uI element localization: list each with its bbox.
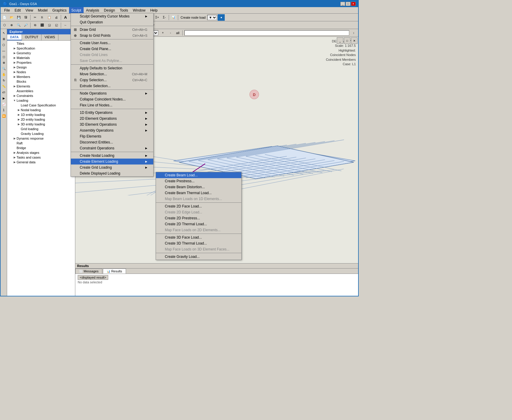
icon-face[interactable]: ◻ xyxy=(1,54,7,59)
tree-grid-loading[interactable]: Grid loading xyxy=(7,127,75,131)
menu-view[interactable]: View xyxy=(23,7,36,13)
save-btn[interactable]: 💾 xyxy=(15,14,22,21)
menu-create-3d-face[interactable]: Create 3D Face Load... xyxy=(156,234,241,240)
tree-assemblies[interactable]: Assemblies xyxy=(7,89,75,93)
tab-results[interactable]: 📊Results xyxy=(103,269,126,274)
save-as-btn[interactable]: 🖫 xyxy=(23,14,29,21)
menu-create-gravity-load[interactable]: Create Gravity Load... xyxy=(156,254,241,260)
minus-btn[interactable]: - xyxy=(167,30,174,36)
menu-help[interactable]: Help xyxy=(148,7,160,13)
tab-views[interactable]: VIEWS xyxy=(42,34,58,40)
tab-data[interactable]: DATA xyxy=(7,34,22,40)
vp-close[interactable]: ✕ xyxy=(351,37,358,44)
zoom-in-btn[interactable]: 🔍 xyxy=(15,22,22,28)
tree-general-data[interactable]: ▶ General data xyxy=(7,160,75,165)
tab-output[interactable]: OUTPUT xyxy=(22,34,42,40)
icon-pan[interactable]: ✋ xyxy=(1,72,7,77)
layer2-btn[interactable]: ⬛ xyxy=(39,22,45,28)
tree-2d-loading[interactable]: ▶ 2D entity loading xyxy=(7,117,75,122)
tree-dynamic-response[interactable]: ▶ Dynamic response xyxy=(7,136,75,141)
menu-create-beam-distortion[interactable]: Create Beam Distortion... xyxy=(156,184,241,190)
filter-input[interactable] xyxy=(184,30,349,36)
menu-create-beam-load[interactable]: Create Beam Load... xyxy=(156,172,241,178)
minimize-button[interactable]: _ xyxy=(340,2,345,6)
tree-design[interactable]: ▶ Design xyxy=(7,65,75,70)
menu-create-prestress[interactable]: Create Prestress... xyxy=(156,178,241,184)
open-btn[interactable]: 📂 xyxy=(8,14,15,21)
menu-snap-grid[interactable]: ⊕ Snap to Grid Points Ctrl+Alt+S xyxy=(71,33,153,39)
menu-delete-displayed-loading[interactable]: Delete Displayed Loading xyxy=(71,170,153,176)
icon-cursor[interactable]: ↖ xyxy=(1,30,7,36)
node-btn[interactable]: ⬡ xyxy=(1,22,8,28)
icon-grid[interactable]: ⊞ xyxy=(1,36,7,41)
magnify-btn[interactable]: 🔎 xyxy=(23,22,29,28)
tree-1d-loading[interactable]: ▶ 1D entity loading xyxy=(7,112,75,117)
tree-3d-loading[interactable]: ▶ 3D entity loading xyxy=(7,122,75,127)
menu-create-nodal-loading[interactable]: Create Nodal Loading ▶ xyxy=(71,153,153,159)
menu-flex-line[interactable]: Flex Line of Nodes... xyxy=(71,102,153,108)
tree-load-case-spec[interactable]: Load Case Specification xyxy=(7,103,75,108)
new-btn[interactable]: 📄 xyxy=(1,14,8,21)
menu-create-3d-thermal[interactable]: Create 3D Thermal Load... xyxy=(156,240,241,246)
copy-btn[interactable]: ⎘ xyxy=(39,14,45,21)
tree-specification[interactable]: ▶ Specification xyxy=(7,46,75,51)
menu-assembly-ops[interactable]: Assembly Operations ▶ xyxy=(71,127,153,133)
menu-file[interactable]: File xyxy=(2,7,12,13)
menu-constraint-ops[interactable]: Constraint Operations ▶ xyxy=(71,145,153,151)
menu-quit-operation[interactable]: Quit Operation xyxy=(71,19,153,25)
menu-3d-element-ops[interactable]: 3D Element Operations ▶ xyxy=(71,122,153,127)
menu-apply-defaults[interactable]: Apply Defaults to Selection xyxy=(71,65,153,71)
menu-extrude-selection[interactable]: Extrude Selection... xyxy=(71,83,153,89)
icon-number[interactable]: 1 xyxy=(1,107,7,113)
icon-select[interactable]: ⊕ xyxy=(1,60,7,65)
tree-members[interactable]: ▶ Members 2 xyxy=(7,74,75,79)
cut-btn[interactable]: ✂ xyxy=(32,14,38,21)
icon-zoom[interactable]: 🔍 xyxy=(1,66,7,71)
icon-beam[interactable]: — xyxy=(1,48,7,53)
layer3-btn[interactable]: ◲ xyxy=(46,22,52,28)
tree-analysis-stages[interactable]: ▶ Analysis stages xyxy=(7,150,75,155)
menu-create-beam-thermal[interactable]: Create Beam Thermal Load... xyxy=(156,190,241,196)
menu-create-user-axes[interactable]: Create User Axes... xyxy=(71,40,153,46)
tree-geometry[interactable]: ▶ Geometry xyxy=(7,51,75,55)
menu-collapse-nodes[interactable]: Collapse Coincident Nodes... xyxy=(71,96,153,102)
icon-result[interactable]: 📈 xyxy=(1,101,7,107)
menu-create-grid-plane[interactable]: Create Grid Plane... xyxy=(71,46,153,52)
close-button[interactable]: ✕ xyxy=(351,2,356,6)
tree-tasks-cases[interactable]: ▶ Tasks and cases xyxy=(7,155,75,160)
tree-blocks[interactable]: Blocks xyxy=(7,79,75,84)
menu-sculpt-geometry-cursor[interactable]: Sculpt Geometry Cursor Modes ▶ xyxy=(71,13,153,19)
menu-1d-entity-ops[interactable]: 1D Entity Operations ▶ xyxy=(71,110,153,116)
report-btn[interactable]: 📊 xyxy=(170,14,177,21)
menu-create-2d-prestress[interactable]: Create 2D Prestress... xyxy=(156,215,241,221)
menu-analysis[interactable]: Analysis xyxy=(84,7,102,13)
icon-tag[interactable]: 🏷 xyxy=(1,90,7,95)
icon-measure[interactable]: 📏 xyxy=(1,84,7,89)
tree-raft[interactable]: Raft xyxy=(7,141,75,146)
menu-create-element-loading[interactable]: Create Element Loading ▶ xyxy=(71,159,153,165)
menu-create-2d-thermal[interactable]: Create 2D Thermal Load... xyxy=(156,221,241,227)
menu-window[interactable]: Window xyxy=(130,7,148,13)
menu-draw-grid[interactable]: ⊞ Draw Grid Ctrl+Alt+G xyxy=(71,27,153,33)
menu-2d-element-ops[interactable]: 2D Element Operations ▶ xyxy=(71,116,153,122)
layer1-btn[interactable]: ⧉ xyxy=(32,22,38,28)
view-btn1[interactable]: ← xyxy=(62,22,69,28)
result-tag[interactable]: <displayed result> xyxy=(78,275,108,280)
tree-nodal-loading[interactable]: ▶ Nodal loading xyxy=(7,108,75,112)
select-btn[interactable]: ⊕ xyxy=(8,22,15,28)
menu-flip-elements[interactable]: Flip Elements xyxy=(71,133,153,139)
menu-move-selection[interactable]: Move Selection... Ctrl+Alt+M xyxy=(71,71,153,77)
layer4-btn[interactable]: ◱ xyxy=(53,22,60,28)
vp-minimize[interactable]: _ xyxy=(337,37,343,44)
tree-gravity-loading[interactable]: Gravity Loading xyxy=(7,131,75,136)
tree-elements[interactable]: ▶ Elements 34 xyxy=(7,84,75,89)
print-btn[interactable]: 🖨 xyxy=(53,14,60,21)
menu-design[interactable]: Design xyxy=(102,7,117,13)
maximize-button[interactable]: □ xyxy=(346,2,350,6)
menu-sculpt[interactable]: Sculpt xyxy=(69,7,84,13)
vp-maximize[interactable]: □ xyxy=(344,37,350,44)
font-btn[interactable]: A xyxy=(62,14,69,21)
menu-model[interactable]: Model xyxy=(36,7,50,13)
menu-edit[interactable]: Edit xyxy=(12,7,23,13)
load-color-btn[interactable]: ● xyxy=(218,14,225,21)
